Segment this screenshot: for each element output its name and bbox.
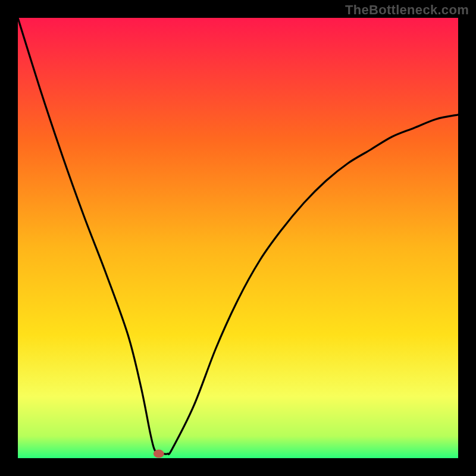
plot-area [18,18,458,458]
optimal-marker [154,450,164,458]
attribution-label: TheBottleneck.com [345,2,469,18]
plot-svg [18,18,458,458]
gradient-background [18,18,458,458]
chart-frame: TheBottleneck.com [0,0,476,476]
